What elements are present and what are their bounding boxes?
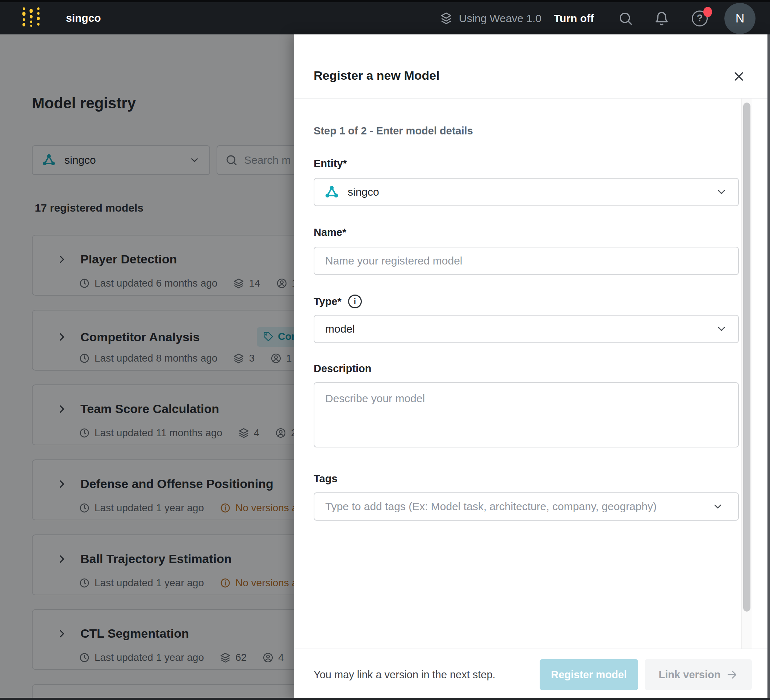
entity-field-label: Entity*: [314, 157, 347, 170]
modal-scrollbar-thumb[interactable]: [743, 102, 751, 612]
avatar[interactable]: N: [725, 3, 755, 34]
description-field-label: Description: [314, 363, 372, 374]
weave-layers-icon: [439, 11, 453, 25]
description-textarea[interactable]: [314, 382, 739, 447]
type-field-label: Type* i: [314, 295, 362, 308]
type-select-value: model: [325, 323, 355, 335]
entity-select-value: singco: [348, 186, 379, 198]
footer-note: You may link a version in the next step.: [314, 669, 540, 681]
type-select[interactable]: model: [314, 315, 739, 343]
window-bottom-edge: [0, 698, 770, 700]
tags-input[interactable]: [314, 493, 738, 520]
header-divider: [294, 98, 770, 99]
search-icon[interactable]: [618, 11, 633, 26]
wandb-logo[interactable]: [21, 6, 44, 29]
modal-backdrop[interactable]: [0, 34, 294, 700]
chevron-down-icon: [716, 323, 727, 335]
top-nav: singco Using Weave 1.0 Turn off ? N: [0, 0, 770, 34]
link-version-button[interactable]: Link version: [645, 659, 752, 690]
dialog-footer: You may link a version in the next step.…: [294, 648, 770, 700]
register-model-dialog: Register a new Model Step 1 of 2 - Enter…: [294, 34, 770, 700]
name-field-label: Name*: [314, 227, 346, 238]
close-icon[interactable]: [731, 69, 746, 84]
app-brand-name[interactable]: singco: [66, 0, 101, 34]
dialog-title: Register a new Model: [314, 68, 440, 83]
notifications-bell-icon[interactable]: [654, 11, 669, 26]
team-icon: [325, 185, 339, 199]
tags-field-label: Tags: [314, 473, 338, 485]
tags-field: [314, 493, 739, 521]
notification-badge: [704, 7, 712, 17]
name-field: [314, 247, 739, 275]
entity-select[interactable]: singco: [314, 178, 739, 206]
info-icon[interactable]: i: [348, 295, 362, 308]
app-window: Model registry singco 17 registered mode…: [0, 0, 770, 700]
window-right-edge: [767, 34, 770, 700]
step-indicator: Step 1 of 2 - Enter model details: [314, 125, 473, 137]
chevron-down-icon: [716, 186, 727, 198]
name-input[interactable]: [314, 248, 738, 274]
arrow-right-icon: [726, 669, 738, 681]
help-button[interactable]: ?: [692, 10, 708, 26]
weave-status-label: Using Weave 1.0: [459, 12, 542, 24]
chevron-down-icon[interactable]: [712, 501, 724, 512]
weave-turn-off-button[interactable]: Turn off: [554, 12, 594, 24]
register-model-button[interactable]: Register model: [540, 659, 638, 690]
